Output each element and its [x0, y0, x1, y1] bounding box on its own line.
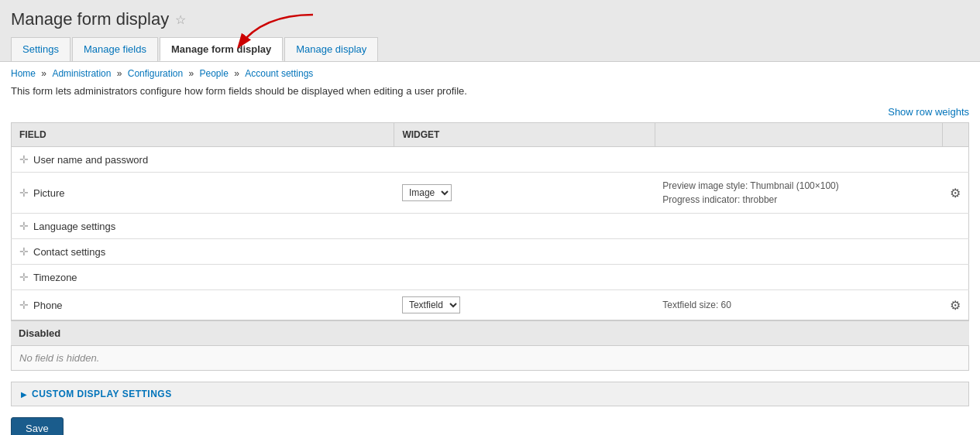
info-cell-phone: Textfield size: 60 — [655, 290, 942, 320]
drag-handle-phone[interactable]: ✛ — [19, 299, 29, 311]
breadcrumb-administration[interactable]: Administration — [52, 68, 111, 79]
gear-cell-language — [942, 214, 969, 239]
widget-cell-picture[interactable]: Image — [394, 173, 655, 214]
table-row: ✛ User name and password — [12, 147, 969, 173]
drag-handle-user-name[interactable]: ✛ — [19, 153, 29, 166]
table-row: ✛ Contact settings — [12, 239, 969, 265]
save-section: Save — [0, 406, 980, 435]
page-title-row: Manage form display ☆ — [11, 9, 969, 29]
table-row: ✛ Phone Textfield Textfield size: 60 ⚙ — [12, 290, 969, 320]
page-title: Manage form display — [11, 9, 169, 29]
breadcrumb-people[interactable]: People — [200, 68, 229, 79]
widget-cell-language — [394, 214, 655, 239]
drag-handle-contact[interactable]: ✛ — [19, 245, 29, 258]
widget-info-phone: Textfield size: 60 — [662, 298, 934, 312]
fields-table: FIELD WIDGET ✛ User name and password — [11, 122, 969, 320]
table-row: ✛ Timezone — [12, 265, 969, 290]
show-row-weights-link[interactable]: Show row weights — [888, 106, 969, 118]
save-button[interactable]: Save — [11, 417, 64, 435]
field-name-cell: ✛ Phone — [12, 290, 394, 320]
info-cell-user-name — [655, 147, 942, 173]
widget-info-picture: Preview image style: Thumbnail (100×100)… — [662, 179, 934, 207]
custom-display-box: ▶ CUSTOM DISPLAY SETTINGS — [11, 382, 969, 406]
star-icon[interactable]: ☆ — [175, 12, 186, 27]
breadcrumb-sep2: » — [117, 68, 125, 79]
gear-cell-contact — [942, 239, 969, 265]
field-name-cell: ✛ Contact settings — [12, 239, 394, 265]
col-widget: WIDGET — [394, 123, 655, 147]
breadcrumb-sep3: » — [189, 68, 197, 79]
field-label-phone: Phone — [33, 300, 63, 311]
breadcrumb-configuration[interactable]: Configuration — [128, 68, 183, 79]
gear-cell-user-name — [942, 147, 969, 173]
breadcrumb-account-settings[interactable]: Account settings — [245, 68, 313, 79]
gear-cell-picture[interactable]: ⚙ — [942, 173, 969, 214]
field-name-cell: ✛ Language settings — [12, 214, 394, 239]
no-field-text: No field is hidden. — [12, 346, 969, 371]
disabled-table: No field is hidden. — [11, 346, 969, 371]
col-actions — [942, 123, 969, 147]
page-header: Manage form display ☆ Settings Manage fi… — [0, 0, 980, 62]
table-row: ✛ Picture Image Preview image style: Thu… — [12, 173, 969, 214]
info-cell-timezone — [655, 265, 942, 290]
disabled-header: Disabled — [11, 320, 969, 346]
field-label-picture: Picture — [33, 187, 64, 199]
field-name-cell: ✛ Timezone — [12, 265, 394, 290]
gear-icon-picture[interactable]: ⚙ — [950, 187, 961, 200]
widget-cell-user-name — [394, 147, 655, 173]
breadcrumb: Home » Administration » Configuration » … — [0, 62, 980, 85]
info-cell-contact — [655, 239, 942, 265]
breadcrumb-sep4: » — [234, 68, 242, 79]
description: This form lets administrators configure … — [0, 85, 980, 103]
table-header-row: FIELD WIDGET — [12, 123, 969, 147]
field-name-cell: ✛ Picture — [12, 173, 394, 214]
widget-cell-timezone — [394, 265, 655, 290]
widget-cell-phone[interactable]: Textfield — [394, 290, 655, 320]
drag-handle-picture[interactable]: ✛ — [19, 187, 29, 199]
info-cell-picture: Preview image style: Thumbnail (100×100)… — [655, 173, 942, 214]
info-cell-language — [655, 214, 942, 239]
main-content: Show row weights FIELD WIDGET ✛ User nam… — [0, 103, 980, 371]
gear-icon-phone[interactable]: ⚙ — [950, 299, 961, 312]
gear-cell-timezone — [942, 265, 969, 290]
triangle-icon: ▶ — [21, 390, 27, 399]
tabs: Settings Manage fields Manage form displ… — [11, 37, 969, 61]
drag-handle-timezone[interactable]: ✛ — [19, 271, 29, 283]
gear-cell-phone[interactable]: ⚙ — [942, 290, 969, 320]
field-label-contact: Contact settings — [33, 246, 105, 258]
red-arrow — [216, 11, 317, 53]
table-row: ✛ Language settings — [12, 214, 969, 239]
widget-cell-contact — [394, 239, 655, 265]
no-field-row: No field is hidden. — [12, 346, 969, 371]
show-row-weights-container: Show row weights — [11, 103, 969, 122]
field-label-timezone: Timezone — [33, 272, 77, 283]
breadcrumb-home[interactable]: Home — [11, 68, 36, 79]
tab-manage-fields[interactable]: Manage fields — [72, 37, 158, 61]
field-name-cell: ✛ User name and password — [12, 147, 394, 173]
widget-select-phone[interactable]: Textfield — [402, 296, 460, 313]
drag-handle-language[interactable]: ✛ — [19, 220, 29, 232]
col-field: FIELD — [12, 123, 394, 147]
field-label-language: Language settings — [33, 221, 115, 232]
custom-display-label: CUSTOM DISPLAY SETTINGS — [32, 389, 172, 399]
field-label-user-name: User name and password — [33, 154, 148, 166]
custom-display-header[interactable]: ▶ CUSTOM DISPLAY SETTINGS — [12, 382, 968, 406]
col-info — [655, 123, 942, 147]
widget-select-picture[interactable]: Image — [402, 184, 452, 201]
breadcrumb-sep1: » — [41, 68, 49, 79]
tab-settings[interactable]: Settings — [11, 37, 70, 61]
